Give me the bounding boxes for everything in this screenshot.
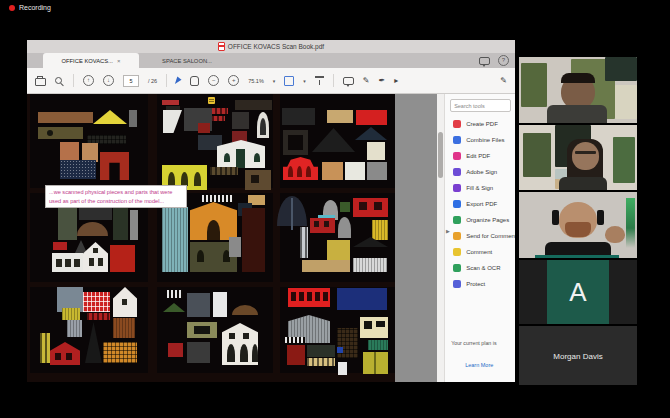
- scanned-piece: [229, 237, 241, 257]
- tool-item-comment[interactable]: Comment: [445, 244, 515, 260]
- scanned-piece: [291, 198, 293, 230]
- comment-tool-icon[interactable]: [343, 77, 354, 85]
- comment-text: ...we scanned physical pieces and parts …: [49, 188, 183, 205]
- learn-more-link[interactable]: Learn More: [465, 362, 493, 368]
- poster-art: [523, 133, 551, 177]
- scanned-piece: [130, 210, 138, 240]
- scanned-piece: [122, 299, 127, 305]
- tool-label: Send for Comments: [466, 233, 515, 239]
- signature-pen-icon[interactable]: ✎: [500, 77, 507, 85]
- scanned-piece: [288, 135, 303, 150]
- tab-close-icon[interactable]: ×: [117, 58, 121, 64]
- scanned-piece: [55, 353, 61, 360]
- tool-item-combine-files[interactable]: Combine Files: [445, 132, 515, 148]
- page-fit-caret-icon[interactable]: ▾: [303, 78, 306, 84]
- tool-label: Create PDF: [466, 121, 498, 127]
- video-tile-1[interactable]: [519, 57, 637, 123]
- scanned-piece: [323, 292, 328, 301]
- tool-item-send-for-comments[interactable]: Send for Comments: [445, 228, 515, 244]
- zoom-meeting-screen: Recording OFFICE KOVACS Scan Book.pdf OF…: [0, 0, 670, 418]
- search-tools-input[interactable]: Search tools: [450, 99, 511, 112]
- tab-office-kovacs[interactable]: OFFICE KOVACS... ×: [43, 53, 139, 68]
- tool-icon: [453, 152, 461, 160]
- pencil-tool-icon[interactable]: ✎: [363, 77, 370, 85]
- pdf-file-icon: [218, 42, 225, 51]
- scanned-piece: [38, 127, 83, 139]
- scanned-piece: [87, 313, 110, 320]
- sign-tool-icon[interactable]: ✒: [379, 77, 386, 85]
- scanned-piece: [338, 217, 351, 238]
- sticky-note-icon[interactable]: [208, 97, 215, 104]
- zoom-out-icon[interactable]: −: [208, 75, 219, 86]
- scanned-piece: [356, 110, 387, 125]
- tool-item-scan-ocr[interactable]: Scan & OCR: [445, 260, 515, 276]
- tool-item-protect[interactable]: Protect: [445, 276, 515, 292]
- scanned-piece: [285, 337, 305, 343]
- page-number-input[interactable]: 5: [123, 75, 139, 87]
- zoom-in-icon[interactable]: +: [228, 75, 239, 86]
- scanned-piece: [252, 344, 258, 362]
- scanned-piece: [376, 321, 385, 327]
- scanned-piece: [168, 172, 175, 186]
- tool-item-edit-pdf[interactable]: Edit PDF: [445, 148, 515, 164]
- plant: [613, 137, 635, 183]
- chalkboard: [605, 57, 637, 81]
- fit-width-icon[interactable]: [315, 76, 324, 86]
- share-tool-icon[interactable]: ▸: [394, 77, 398, 85]
- scanned-piece: [40, 333, 50, 363]
- avatar-tile-a[interactable]: A: [519, 260, 637, 324]
- window-title: OFFICE KOVACS Scan Book.pdf: [228, 43, 324, 50]
- hand-tool-icon[interactable]: [190, 76, 199, 86]
- zoom-caret-icon[interactable]: ▾: [273, 78, 276, 84]
- scanned-piece: [353, 258, 387, 272]
- feedback-bubble-icon[interactable]: [479, 57, 490, 65]
- comment-popup[interactable]: ...we scanned physical pieces and parts …: [45, 185, 187, 208]
- search-icon[interactable]: [55, 77, 62, 84]
- scanned-piece: [291, 292, 296, 301]
- window-titlebar: OFFICE KOVACS Scan Book.pdf: [27, 40, 515, 53]
- scanned-piece: [297, 166, 302, 177]
- tool-icon: [453, 280, 461, 288]
- scanned-piece: [287, 345, 305, 365]
- select-tool-icon[interactable]: [175, 76, 182, 85]
- tool-item-export-pdf[interactable]: Export PDF: [445, 196, 515, 212]
- tool-item-fill-sign[interactable]: Fill & Sign: [445, 180, 515, 196]
- headphones: [597, 210, 604, 225]
- scanned-piece: [324, 221, 329, 227]
- video-tile-2[interactable]: [519, 125, 637, 190]
- tile-morgan-davis[interactable]: Morgan Davis: [519, 326, 637, 385]
- tool-item-adobe-sign[interactable]: Adobe Sign: [445, 164, 515, 180]
- tools-panel: Search tools Create PDFCombine FilesEdit…: [444, 94, 515, 382]
- scanned-piece: [251, 175, 259, 183]
- tools-list: Create PDFCombine FilesEdit PDFAdobe Sig…: [445, 116, 515, 292]
- scanned-piece: [65, 259, 71, 267]
- scanned-piece: [198, 123, 210, 133]
- scanned-piece: [314, 221, 319, 227]
- poster-art: [615, 85, 637, 119]
- participant-hand: [605, 226, 625, 243]
- panel-collapse-arrow[interactable]: ▶: [446, 228, 450, 234]
- tool-label: Organize Pages: [466, 217, 509, 223]
- viewer-content: ...we scanned physical pieces and parts …: [27, 94, 515, 382]
- page-fit-icon[interactable]: [284, 76, 294, 86]
- help-icon[interactable]: ?: [498, 55, 509, 66]
- participant-body: [547, 105, 607, 123]
- tool-item-create-pdf[interactable]: Create PDF: [445, 116, 515, 132]
- zoom-level-value[interactable]: 75.1%: [248, 78, 264, 84]
- scanned-piece: [243, 333, 249, 339]
- next-page-icon[interactable]: ↓: [103, 75, 114, 86]
- pdf-page-artwork[interactable]: ...we scanned physical pieces and parts …: [27, 94, 395, 382]
- video-tile-3-active-speaker[interactable]: [519, 192, 637, 258]
- tool-item-organize-pages[interactable]: Organize Pages: [445, 212, 515, 228]
- print-icon[interactable]: [35, 78, 46, 86]
- tool-icon: [453, 120, 461, 128]
- tool-label: Fill & Sign: [466, 185, 493, 191]
- previous-page-icon[interactable]: ↑: [83, 75, 94, 86]
- toolbar-divider: [73, 74, 74, 87]
- tab-space-saloon[interactable]: SPACE SALOON...: [139, 53, 235, 68]
- scrollbar-thumb[interactable]: [438, 132, 443, 178]
- vertical-scrollbar[interactable]: [437, 94, 444, 382]
- recording-label: Recording: [19, 4, 51, 11]
- toolbar-divider: [166, 74, 167, 87]
- scanned-piece: [187, 293, 210, 317]
